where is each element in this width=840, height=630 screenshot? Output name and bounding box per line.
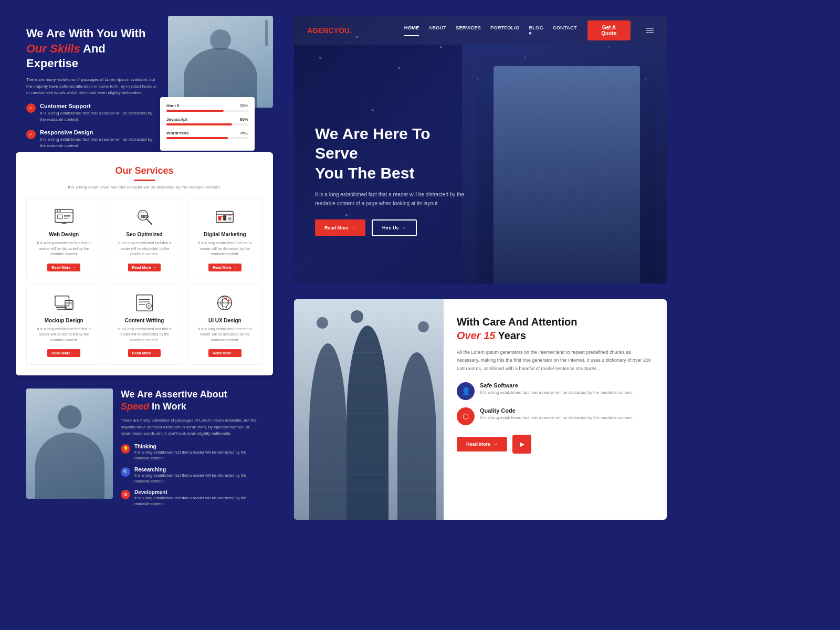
service-card-uiux: UI UX Design It is a long established fa…	[187, 285, 262, 365]
service-card-mockup-desc: It is a long established fact that a rea…	[32, 327, 96, 343]
nav-link-portfolio[interactable]: PORTFOLIO	[490, 25, 519, 36]
svg-line-57	[320, 58, 373, 110]
uiux-icon	[213, 292, 237, 313]
service-card-content-btn[interactable]: Read More →	[128, 349, 161, 357]
service-card-marketing-btn[interactable]: Read More →	[208, 264, 242, 271]
check-icon: ✓	[26, 130, 36, 139]
seo-icon: SEO	[132, 206, 156, 227]
nav-link-services[interactable]: SERVICES	[456, 25, 481, 36]
service-card-seo: SEO Seo Optimized It is a long establish…	[107, 198, 182, 279]
skill-label-wp: WordPress	[166, 131, 188, 135]
speed-content: We Are Assertive About Speed In Work The…	[121, 388, 262, 512]
care-content: With Care And Attention Over 15 Years Al…	[444, 299, 667, 520]
nav-link-contact[interactable]: CONTACT	[553, 25, 577, 36]
feature-customer-support: ✓ Customer Support It is a long establis…	[26, 103, 158, 123]
speed-panel: We Are Assertive About Speed In Work The…	[16, 378, 273, 523]
skill-js: Javascript 80%	[166, 117, 248, 125]
service-card-marketing-title: Digital Marketing	[193, 232, 257, 237]
service-card-web-btn[interactable]: Read More →	[47, 264, 80, 271]
services-panel: Our Services It is a long established fa…	[16, 152, 273, 375]
nav-hamburger	[646, 28, 654, 33]
speed-item-research-desc: It is a long established fact that a rea…	[134, 472, 262, 485]
speed-item-thinking-desc: It is a long established fact that a rea…	[134, 449, 262, 461]
services-title: Our Services	[26, 165, 262, 176]
nav-link-home[interactable]: HOME	[404, 25, 419, 36]
skills-heading-red: Our Skills	[26, 42, 80, 55]
navbar: AGENCYOU. HOME ABOUT SERVICES PORTFOLIO …	[294, 16, 667, 45]
svg-point-36	[224, 297, 226, 299]
svg-point-3	[59, 211, 61, 212]
speed-item-research-title: Researching	[134, 467, 262, 472]
thinking-icon: 💡	[121, 444, 130, 454]
service-card-uiux-desc: It is a long established fact that a rea…	[193, 327, 257, 343]
feature-responsive-design: ✓ Responsive Design It is a long establi…	[26, 129, 158, 149]
care-feature-software: 👤 Safe Software It is a long established…	[457, 382, 654, 400]
check-icon: ✓	[26, 103, 36, 113]
skills-heading: We Are With You With Our Skills And Expe…	[26, 26, 158, 71]
services-title-red: Services	[134, 165, 173, 176]
care-section: With Care And Attention Over 15 Years Al…	[294, 299, 667, 520]
feature-desc: It is a long established fact that a rea…	[40, 110, 158, 123]
feature-desc: It is a long established fact that a rea…	[40, 136, 158, 149]
get-quote-button[interactable]: Get A Quote	[587, 20, 631, 40]
skill-label-js: Javascript	[166, 117, 187, 122]
web-design-icon	[52, 206, 76, 227]
service-card-seo-btn[interactable]: Read More →	[128, 264, 161, 271]
skills-description: There are many variations of passages of…	[26, 77, 158, 97]
hero-content: We Are Here To Serve You The Best It is …	[315, 124, 467, 237]
hero-description: It is a long established fact that a rea…	[315, 190, 467, 208]
svg-rect-18	[228, 217, 232, 220]
marketing-icon	[213, 206, 237, 227]
service-card-uiux-title: UI UX Design	[193, 318, 257, 323]
care-years: Over 15	[457, 330, 495, 341]
speed-item-research: 🔍 Researching It is a long established f…	[121, 467, 262, 485]
svg-line-11	[146, 219, 152, 224]
quality-code-icon: ⬡	[457, 407, 475, 425]
service-card-uiux-btn[interactable]: Read More →	[208, 349, 242, 357]
service-card-content-title: Content Writing	[112, 318, 176, 323]
read-more-button[interactable]: Read More →	[315, 219, 365, 236]
skill-pct-html: 70%	[240, 103, 248, 108]
speed-description: There are many variations of passages of…	[121, 417, 262, 437]
nav-links: HOME ABOUT SERVICES PORTFOLIO BLOG CONTA…	[404, 25, 577, 36]
care-feature-code: ⬡ Quality Code It is a long established …	[457, 407, 654, 425]
play-button[interactable]: ▶	[512, 435, 531, 454]
speed-item-development-title: Development	[134, 489, 262, 495]
care-heading: With Care And Attention Over 15 Years	[457, 315, 654, 342]
hero-person-figure	[477, 47, 656, 284]
hire-us-button[interactable]: Hire Us →	[372, 219, 417, 236]
svg-point-2	[57, 211, 58, 212]
service-card-content-desc: It is a long established fact that a rea…	[112, 327, 176, 343]
services-divider	[134, 180, 155, 181]
skills-bars-box: Html 5 70% Javascript 80% WordPress 75%	[160, 97, 255, 151]
hero-buttons: Read More → Hire Us →	[315, 219, 467, 236]
services-subtitle: It is a long established fact that a rea…	[26, 184, 262, 191]
service-card-marketing-desc: It is a long established fact that a rea…	[193, 240, 257, 257]
safe-software-icon: 👤	[457, 382, 475, 400]
care-buttons: Read More → ▶	[457, 435, 654, 454]
nav-link-blog[interactable]: BLOG	[529, 25, 543, 36]
speed-heading: We Are Assertive About Speed In Work	[121, 388, 262, 413]
svg-rect-19	[55, 296, 69, 306]
svg-rect-25	[136, 295, 152, 310]
care-feature-software-desc: It is a long established fact that a rea…	[480, 390, 633, 396]
svg-line-53	[399, 47, 441, 68]
development-icon: ⚙	[121, 490, 130, 499]
speed-item-development: ⚙ Development It is a long established f…	[121, 489, 262, 507]
skill-html: Html 5 70%	[166, 103, 248, 112]
service-card-content: Content Writing It is a long established…	[107, 285, 182, 365]
feature-title: Responsive Design	[40, 129, 158, 135]
care-read-more-button[interactable]: Read More →	[457, 437, 507, 452]
speed-item-thinking: 💡 Thinking It is a long established fact…	[121, 444, 262, 461]
service-card-mockup-btn[interactable]: Read More →	[47, 349, 80, 357]
content-icon	[132, 292, 156, 313]
speed-heading-red: Speed	[121, 401, 149, 412]
nav-link-about[interactable]: ABOUT	[428, 25, 446, 36]
care-feature-software-title: Safe Software	[480, 382, 633, 388]
svg-text:SEO: SEO	[140, 214, 149, 219]
feature-title: Customer Support	[40, 103, 158, 109]
service-card-web: Web Design It is a long established fact…	[26, 198, 101, 279]
svg-rect-4	[57, 215, 62, 219]
service-card-mockup: Mockup Design It is a long established f…	[26, 285, 101, 365]
svg-point-37	[228, 299, 230, 301]
